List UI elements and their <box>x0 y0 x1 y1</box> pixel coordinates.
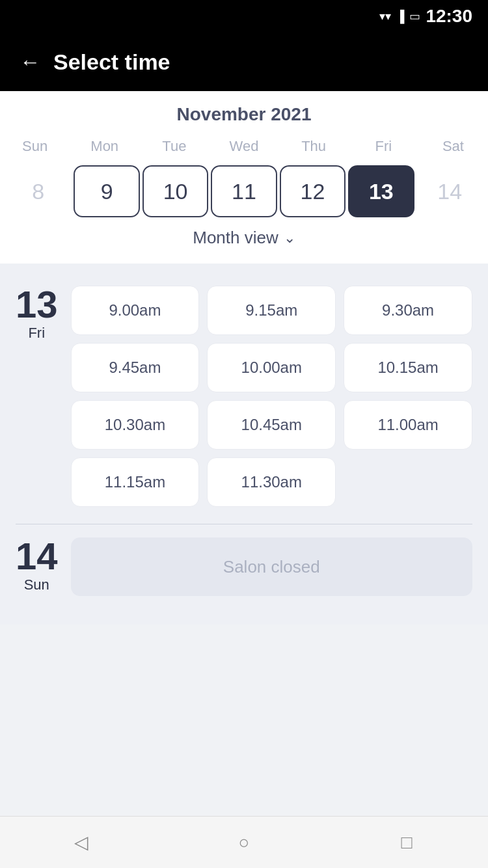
day-header-mon: Mon <box>70 135 139 157</box>
day-header-wed: Wed <box>209 135 278 157</box>
status-icons: ▾▾ ▐ ▭ 12:30 <box>379 6 472 27</box>
time-slot-1100am[interactable]: 11.00am <box>344 400 472 450</box>
day-name-13: Fri <box>28 325 45 342</box>
month-label: November 2021 <box>0 104 488 125</box>
date-cell-14[interactable]: 14 <box>417 165 483 217</box>
day-section-13: 13 Fri 9.00am 9.15am 9.30am 9.45am 10.00… <box>0 270 488 517</box>
day-number-13: 13 <box>16 286 58 323</box>
day-header-thu: Thu <box>279 135 349 157</box>
main-content: 13 Fri 9.00am 9.15am 9.30am 9.45am 10.00… <box>0 264 488 625</box>
day-name-14: Sun <box>24 576 49 593</box>
calendar-section: November 2021 Sun Mon Tue Wed Thu Fri Sa… <box>0 91 488 264</box>
status-bar: ▾▾ ▐ ▭ 12:30 <box>0 0 488 33</box>
bottom-nav: ◁ ○ □ <box>0 816 488 868</box>
date-row: 8 9 10 11 12 13 14 <box>0 163 488 220</box>
day-header-tue: Tue <box>139 135 209 157</box>
nav-recent-button[interactable]: □ <box>387 823 426 862</box>
day-headers: Sun Mon Tue Wed Thu Fri Sat <box>0 135 488 157</box>
day-header-sat: Sat <box>418 135 488 157</box>
signal-icon: ▐ <box>396 10 405 23</box>
wifi-icon: ▾▾ <box>379 9 391 23</box>
time-slot-900am[interactable]: 9.00am <box>71 286 200 335</box>
time-slot-1000am[interactable]: 10.00am <box>207 343 336 392</box>
date-cell-11[interactable]: 11 <box>211 165 277 217</box>
time-slot-1045am[interactable]: 10.45am <box>207 400 336 450</box>
day-section-14: 14 Sun Salon closed <box>0 531 488 612</box>
date-cell-12[interactable]: 12 <box>280 165 346 217</box>
battery-icon: ▭ <box>409 9 420 23</box>
date-cell-8[interactable]: 8 <box>5 165 71 217</box>
salon-closed-label: Salon closed <box>223 557 320 577</box>
page-title: Select time <box>53 49 170 75</box>
time-slot-930am[interactable]: 9.30am <box>344 286 472 335</box>
day-number-label-13: 13 Fri <box>16 286 58 342</box>
month-view-label: Month view <box>193 228 278 248</box>
salon-closed-box: Salon closed <box>71 537 472 596</box>
time-slot-1015am[interactable]: 10.15am <box>344 343 472 392</box>
date-cell-10[interactable]: 10 <box>142 165 208 217</box>
recent-nav-icon: □ <box>401 832 413 853</box>
day-header-fri: Fri <box>349 135 418 157</box>
day-number-label-14: 14 Sun <box>16 537 58 593</box>
month-view-toggle[interactable]: Month view ⌄ <box>0 220 488 257</box>
date-cell-13[interactable]: 13 <box>348 165 414 217</box>
back-button[interactable]: ← <box>20 50 40 74</box>
home-nav-icon: ○ <box>239 832 250 853</box>
time-slots-grid-13: 9.00am 9.15am 9.30am 9.45am 10.00am 10.1… <box>71 286 472 507</box>
time-slot-915am[interactable]: 9.15am <box>207 286 336 335</box>
day-header-sun: Sun <box>0 135 70 157</box>
chevron-down-icon: ⌄ <box>284 230 295 247</box>
time-slot-1115am[interactable]: 11.15am <box>71 457 200 507</box>
section-divider <box>16 524 472 524</box>
time-slot-945am[interactable]: 9.45am <box>71 343 200 392</box>
time-slot-1030am[interactable]: 10.30am <box>71 400 200 450</box>
date-cell-9[interactable]: 9 <box>74 165 139 217</box>
status-time: 12:30 <box>426 6 472 27</box>
back-nav-icon: ◁ <box>74 832 88 853</box>
time-slot-1130am[interactable]: 11.30am <box>207 457 336 507</box>
day-number-14: 14 <box>16 537 58 575</box>
header: ← Select time <box>0 33 488 91</box>
nav-back-button[interactable]: ◁ <box>62 823 101 862</box>
nav-home-button[interactable]: ○ <box>224 823 264 862</box>
